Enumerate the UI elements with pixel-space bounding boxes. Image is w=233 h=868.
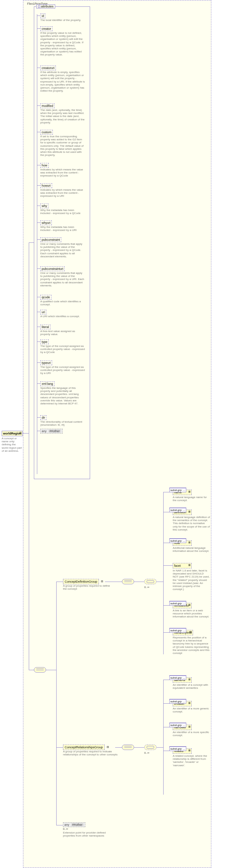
subst-note: subst.grp: ...	[169, 628, 186, 633]
sequence-icon[interactable]	[34, 667, 46, 673]
el-desc: A related concept, where the relationshi…	[173, 754, 210, 767]
sequence-icon[interactable]	[122, 745, 134, 750]
group-label: ConceptDefinitionGroup	[65, 580, 97, 583]
attr-whyuri: whyuri Why the metadata has been include…	[40, 220, 85, 232]
attr-box[interactable]: literal	[40, 325, 50, 329]
cardinality: 0..∞	[63, 827, 114, 830]
group-desc: A group of properties required to indica…	[63, 750, 124, 756]
attr-desc: The type of the concept assigned as cont…	[40, 366, 85, 375]
attr-pubconstrainturi: pubconstrainturi One or many constraints…	[40, 266, 85, 287]
attributes-label: attributes	[41, 5, 54, 8]
any-ns: ##other	[71, 823, 84, 826]
any-label: any	[64, 823, 69, 826]
collapse-icon[interactable]: ⊟	[19, 432, 22, 435]
el-facet[interactable]: facet⊞	[173, 563, 192, 568]
attr-desc: If the attribute is empty, specifies whi…	[40, 71, 85, 92]
attr-typeuri: typeuri The type of the concept assigned…	[40, 360, 85, 375]
attr-desc: Why the metadata has been included - exp…	[40, 209, 85, 215]
attr-desc: Why the metadata has been included - exp…	[40, 226, 85, 232]
root-element-name: worldRegion	[3, 432, 22, 435]
subst-note: subst.grp: ...	[169, 723, 186, 727]
el-desc: Represents the position of a concept in …	[173, 636, 210, 655]
attr-desc: A qualified code which identifies a conc…	[40, 300, 85, 306]
connector	[29, 433, 29, 670]
attr-desc: Indicates by which means the value was e…	[40, 168, 85, 178]
el-desc: A natural language name for the concept.	[173, 496, 210, 502]
subst-note: subst.grp: ...	[169, 699, 186, 704]
sequence-icon[interactable]	[122, 579, 134, 584]
attr-box[interactable]: xml:lang	[40, 381, 55, 386]
attr-dir: dir The directionality of textual conten…	[40, 415, 85, 426]
el-desc: An identifier of a more generic concept.	[173, 707, 210, 713]
root-element-desc: A concept or name only: defining the wor…	[2, 437, 23, 452]
attr-box[interactable]: modified	[40, 103, 55, 108]
subst-note: subst.grp: ...	[169, 488, 186, 492]
subst-note: subst.grp: ...	[169, 601, 186, 606]
attr-box[interactable]: creator	[40, 26, 52, 31]
attr-desc: The date (and, optionally, the time) whe…	[40, 109, 85, 124]
attr-box[interactable]: pubconstraint	[40, 237, 61, 242]
attr-box[interactable]: typeuri	[40, 360, 52, 365]
connector	[29, 242, 29, 433]
attr-box[interactable]: uri	[40, 310, 46, 314]
attr-box[interactable]: howuri	[40, 183, 52, 188]
attr-desc: One or many constraints that apply to pu…	[40, 242, 85, 258]
any-desc: Extension point for provider-defined pro…	[63, 831, 114, 837]
attr-desc: Specifies the language of this property …	[40, 386, 85, 405]
attr-type: type The type of the concept assigned as…	[40, 339, 85, 354]
attr-desc: One or many constraints that apply to pu…	[40, 272, 85, 287]
subst-note: subst.grp: ...	[169, 746, 186, 751]
any-attribute-box[interactable]: any ##other	[40, 429, 63, 433]
attr-box[interactable]: how	[40, 163, 49, 168]
attr-box[interactable]: id	[40, 14, 45, 18]
attr-desc: The type of the concept assigned as cont…	[40, 345, 85, 354]
attr-any: any ##other	[40, 429, 63, 433]
any-element-box[interactable]: any ##other	[63, 822, 85, 827]
attr-uri: uri A URI which identifies a concept.	[40, 310, 85, 318]
connector	[23, 433, 29, 433]
el-desc: An identifier of a concept with equivale…	[173, 683, 210, 689]
attr-how: how Indicates by which means the value w…	[40, 163, 85, 178]
attr-box[interactable]: type	[40, 339, 49, 344]
minus-icon[interactable]: −	[38, 5, 40, 8]
attr-desc: If set to true the corresponding propert…	[40, 135, 85, 157]
any-element: any ##other 0..∞ Extension point for pro…	[63, 822, 114, 837]
attr-box[interactable]: whyuri	[40, 220, 52, 225]
any-label: any	[42, 429, 47, 433]
attr-creatoruri: creatoruri If the attribute is empty, sp…	[40, 66, 85, 92]
choice-icon[interactable]	[144, 579, 156, 584]
attr-desc: A URI which identifies a concept.	[40, 315, 85, 318]
choice-icon[interactable]	[144, 745, 156, 750]
group-concept-relationships[interactable]: ConceptRelationshipsGroup ⊟	[63, 745, 105, 750]
cardinality: 0..∞	[144, 751, 149, 754]
el-desc: In NAR 1.8 and later, facet is deprecate…	[173, 569, 210, 591]
child-definition: definition⊞ A natural language definitio…	[173, 510, 210, 531]
attr-box[interactable]: why	[40, 204, 48, 208]
attr-box[interactable]: qcode	[40, 295, 51, 300]
child-facet: facet⊞ In NAR 1.8 and later, facet is de…	[173, 563, 210, 591]
connector	[29, 242, 34, 243]
attr-desc: The directionality of textual content (e…	[40, 420, 85, 426]
attr-howuri: howuri Indicates by which means the valu…	[40, 183, 85, 198]
attr-box[interactable]: dir	[40, 415, 46, 420]
child-related: related⊞ A related concept, where the re…	[173, 748, 210, 767]
subst-note: subst.grp: ...	[169, 508, 186, 512]
group-desc: A group of properties required to define…	[63, 584, 114, 590]
attr-xmllang: xml:lang Specifies the language of this …	[40, 381, 85, 405]
cardinality: 0..∞	[144, 586, 149, 589]
group-concept-definition[interactable]: ConceptDefinitionGroup ⊟	[63, 579, 99, 584]
child-hierarchyinfo: hierarchyInfo⊞ Represents the position o…	[173, 630, 210, 655]
attr-spine	[37, 14, 37, 474]
attr-desc: The local identifier of the property.	[40, 19, 85, 22]
attr-box[interactable]: creatoruri	[40, 66, 56, 70]
attr-box[interactable]: pubconstrainturi	[40, 266, 65, 271]
attributes-tab[interactable]: −attributes	[36, 4, 55, 8]
attributes-frame: −attributes id The local identifier of t…	[34, 6, 90, 479]
el-desc: An identifier of a more specific concept…	[173, 731, 210, 737]
root-element: worldRegion ⊟ A concept or name only: de…	[2, 431, 23, 452]
attr-creator: creator If the property value is not def…	[40, 26, 85, 56]
group-label: ConceptRelationshipsGroup	[65, 746, 103, 749]
attr-modified: modified The date (and, optionally, the …	[40, 103, 85, 124]
attr-desc: If the property value is not defined, sp…	[40, 31, 85, 56]
attr-box[interactable]: custom	[40, 130, 53, 135]
